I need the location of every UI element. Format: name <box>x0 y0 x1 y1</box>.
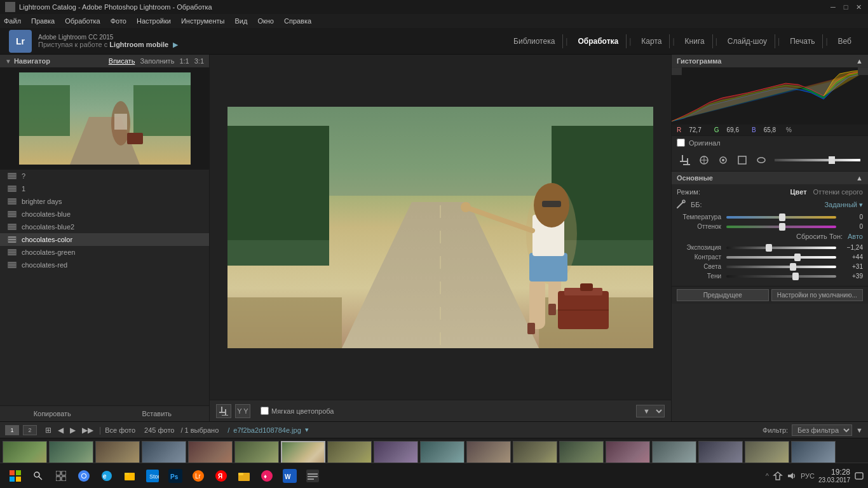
filmstrip-tab-2[interactable]: 2 <box>23 425 37 435</box>
preset-choc-green[interactable]: chocolates-green <box>0 246 209 259</box>
crop-tool-icon[interactable] <box>677 152 693 168</box>
play-button[interactable]: ▶ <box>173 41 178 49</box>
contrast-track[interactable] <box>726 256 836 259</box>
preset-choc-red[interactable]: chocolates-red <box>0 259 209 271</box>
photoshop-icon[interactable]: Ps <box>165 466 186 486</box>
highlights-thumb[interactable] <box>790 263 796 271</box>
paste-button[interactable]: Вставить <box>105 406 210 421</box>
shadows-thumb[interactable] <box>792 273 799 280</box>
spot-heal-icon[interactable] <box>696 152 712 168</box>
menu-settings[interactable]: Настройки <box>137 17 171 25</box>
taskbar-app1[interactable]: Lr <box>188 466 208 486</box>
minimize-button[interactable]: ─ <box>829 3 837 11</box>
graduated-filter-icon[interactable] <box>734 152 750 168</box>
tint-thumb[interactable] <box>779 223 785 231</box>
menu-help[interactable]: Справка <box>284 17 311 25</box>
next-btn[interactable]: ▶ <box>68 426 78 435</box>
reset-tone-value[interactable]: Авто <box>848 233 863 240</box>
menu-photo[interactable]: Фото <box>111 17 126 25</box>
preset-1[interactable]: 1 <box>0 182 209 195</box>
navigator-preview[interactable] <box>0 67 209 169</box>
menu-tools[interactable]: Инструменты <box>181 17 225 25</box>
preset-question[interactable]: ? <box>0 170 209 182</box>
filmstrip-tab-1[interactable]: 1 <box>5 425 19 435</box>
search-taskbar-button[interactable] <box>28 466 48 486</box>
ie-icon[interactable]: e <box>97 466 117 486</box>
default-button[interactable]: Настройки по умолчанию... <box>771 289 864 301</box>
exposure-quick-thumb[interactable] <box>829 156 835 164</box>
highlights-track[interactable] <box>726 266 836 268</box>
all-photos-label[interactable]: Все фото <box>105 426 135 434</box>
filename-link[interactable]: e7f2ba2d108784e.jpg <box>233 426 301 434</box>
histogram-header[interactable]: Гистограмма ▲ <box>672 55 868 67</box>
copy-button[interactable]: Копировать <box>0 406 105 421</box>
nav-web[interactable]: Веб <box>831 34 859 48</box>
transform-btn[interactable]: Y Y <box>235 404 250 418</box>
nav-develop[interactable]: Обработка <box>570 34 627 48</box>
start-button[interactable] <box>5 466 25 486</box>
bb-value[interactable]: Заданный ▾ <box>790 201 864 209</box>
temp-track[interactable] <box>726 216 836 219</box>
shadows-track[interactable] <box>726 275 836 278</box>
preset-choc-blue[interactable]: chocolates-blue <box>0 208 209 220</box>
exposure-track[interactable] <box>726 247 836 249</box>
taskbar-app3[interactable] <box>302 466 323 486</box>
preset-brighter-days[interactable]: brighter days <box>0 195 209 208</box>
preset-choc-blue2[interactable]: chocolates-blue2 <box>0 220 209 233</box>
preset-choc-color[interactable]: chocolates-color <box>0 233 209 246</box>
zoom-3-1[interactable]: 3:1 <box>194 57 204 65</box>
taskview-button[interactable] <box>51 466 71 486</box>
store-icon[interactable]: Store <box>142 466 163 486</box>
folder-icon[interactable] <box>234 466 254 486</box>
filename-arrow[interactable]: ▾ <box>305 426 309 434</box>
eyedropper-icon[interactable] <box>677 200 687 210</box>
menu-window[interactable]: Окно <box>257 17 274 25</box>
nav-print[interactable]: Печать <box>782 34 823 48</box>
menu-view[interactable]: Вид <box>235 17 248 25</box>
softproof-checkbox[interactable] <box>261 407 269 415</box>
yandex-icon[interactable]: Я <box>211 466 231 486</box>
fwd-btn[interactable]: ▶▶ <box>80 426 95 435</box>
main-photo[interactable] <box>227 107 653 348</box>
grid-view-btn[interactable]: ⊞ <box>43 426 53 435</box>
mode-value[interactable]: Цвет <box>759 188 807 196</box>
maximize-button[interactable]: □ <box>841 3 850 11</box>
toolbar-dropdown[interactable]: ▼ <box>636 405 665 417</box>
previous-button[interactable]: Предыдущее <box>677 289 769 301</box>
chrome-icon[interactable] <box>74 466 94 486</box>
prev-btn[interactable]: ◀ <box>56 426 65 435</box>
nav-slideshow[interactable]: Слайд-шоу <box>720 34 775 48</box>
contrast-thumb[interactable] <box>794 254 801 261</box>
crop-tool-btn[interactable] <box>216 404 231 418</box>
original-checkbox[interactable] <box>677 139 685 147</box>
exposure-quick-slider[interactable] <box>775 159 860 161</box>
exposure-thumb[interactable] <box>766 244 772 252</box>
filter-expand-btn[interactable]: ▼ <box>856 426 863 434</box>
original-label[interactable]: Оригинал <box>689 139 721 147</box>
mode-alt[interactable]: Оттенки серого <box>813 188 863 196</box>
basic-header[interactable]: Основные ▲ <box>672 172 868 184</box>
radial-filter-icon[interactable] <box>753 152 770 168</box>
nav-book[interactable]: Книга <box>677 34 713 48</box>
zoom-fit[interactable]: Вписать <box>109 57 135 65</box>
nav-library[interactable]: Библиотека <box>506 34 563 48</box>
temp-thumb[interactable] <box>779 214 785 221</box>
menu-develop[interactable]: Обработка <box>65 17 100 25</box>
taskbar-app2[interactable]: ♦ <box>257 466 277 486</box>
basic-collapse[interactable]: ▲ <box>856 174 863 182</box>
word-icon[interactable]: W <box>280 466 300 486</box>
filter-dropdown[interactable]: Без фильтра <box>792 424 852 436</box>
zoom-1-1[interactable]: 1:1 <box>179 57 189 65</box>
zoom-fill[interactable]: Заполнить <box>140 57 174 65</box>
notification-icon[interactable] <box>854 471 864 481</box>
histogram-collapse[interactable]: ▲ <box>856 57 863 65</box>
redeye-icon[interactable] <box>715 152 731 168</box>
navigator-header[interactable]: ▼ Навигатор Вписать Заполнить 1:1 3:1 <box>0 55 209 67</box>
nav-map[interactable]: Карта <box>634 34 670 48</box>
menu-file[interactable]: Файл <box>4 17 21 25</box>
softproof-label[interactable]: Мягкая цветопроба <box>271 407 334 415</box>
close-button[interactable]: ✕ <box>854 3 863 11</box>
tint-track[interactable] <box>726 226 836 228</box>
explorer-icon[interactable] <box>119 466 140 486</box>
menu-edit[interactable]: Правка <box>31 17 55 25</box>
